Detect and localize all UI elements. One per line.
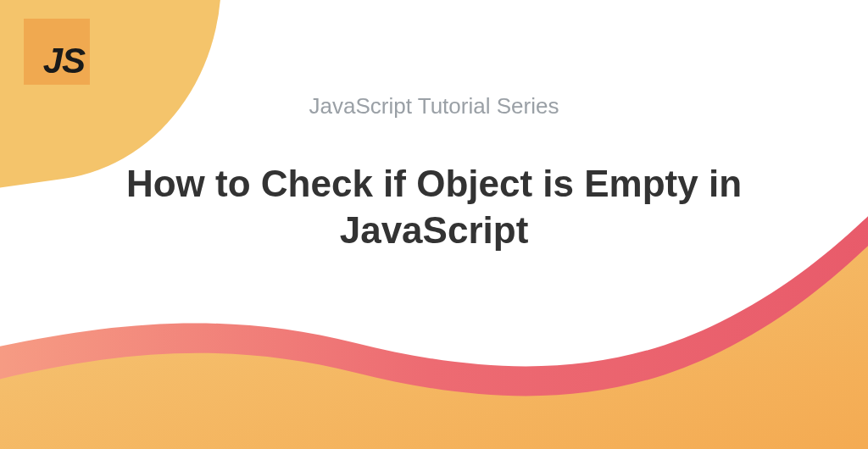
js-logo-text: JS bbox=[43, 41, 85, 81]
js-logo-badge: JS bbox=[24, 19, 90, 85]
content-area: JavaScript Tutorial Series How to Check … bbox=[0, 93, 868, 253]
series-label: JavaScript Tutorial Series bbox=[34, 93, 834, 119]
page-title: How to Check if Object is Empty in JavaS… bbox=[86, 160, 782, 253]
